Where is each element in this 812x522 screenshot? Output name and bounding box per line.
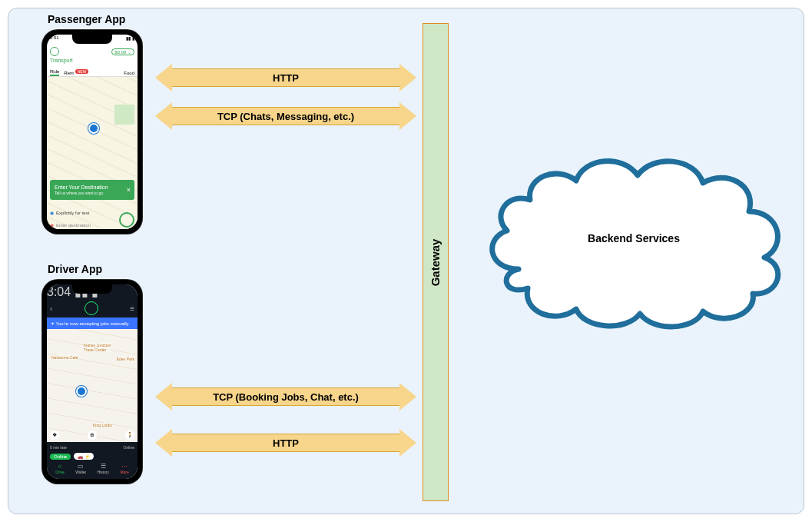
signal-icon: ▮▮ ▮: [126, 35, 134, 45]
time-label: 3:04: [47, 285, 71, 298]
destination-card: Enter Your Destination Tell us where you…: [50, 180, 134, 200]
layers-icon: ❖: [50, 431, 59, 440]
go-button-icon: [119, 212, 134, 228]
category-tabs: Ride Rent NEW Food: [47, 67, 138, 77]
nav-drive: ⌂Drive: [55, 463, 65, 474]
wallet-icon: ▭: [75, 463, 86, 470]
walk-icon: 🚶: [125, 431, 134, 440]
online-pill: Online: [50, 454, 71, 460]
arrow-label: HTTP: [273, 437, 299, 449]
location-pin-icon: [88, 123, 99, 134]
tab-rent: Rent NEW: [64, 71, 88, 76]
driver-app-title: Driver App: [48, 263, 102, 275]
home-icon: ⌂: [55, 463, 65, 470]
balance-pill: $0.00 ⌄: [111, 48, 134, 55]
driver-logo-icon: [85, 301, 98, 315]
backend-cloud: Backend Services: [472, 131, 795, 346]
backend-label: Backend Services: [472, 232, 795, 244]
transport-header: Transport: [47, 58, 138, 67]
tab-food: Food: [124, 71, 134, 76]
driver-bottom-panel: 0 min late Online Online 🚗 ⚡ ⌂Drive ▭Wal…: [47, 442, 138, 479]
menu-icon: ≡: [130, 304, 134, 313]
history-icon: ☰: [97, 463, 109, 470]
pin-dot-icon: ◉: [50, 222, 54, 228]
nav-more: ⋯More: [120, 463, 128, 474]
chevron-left-icon: ‹: [50, 304, 52, 313]
nav-history: ☰History: [97, 463, 109, 474]
driver-phone: 3:04 ▮▮ ▮ ‹ ≡ ✦ You're now accepting job…: [42, 280, 142, 484]
arrow-driver-http: HTTP: [155, 429, 416, 457]
driver-topbar: ‹ ≡: [47, 299, 138, 318]
driver-map: Kidney JunctionTrade Center Eden Park Na…: [47, 329, 138, 442]
arrow-passenger-http: HTTP: [155, 64, 416, 91]
time-label: 2:51: [50, 35, 59, 45]
profile-icon: [50, 47, 59, 56]
arrow-label: TCP (Chats, Messaging, etc.): [217, 111, 354, 122]
passenger-app-title: Passenger App: [48, 13, 125, 25]
map-icon-tray: ❖ ⊕ 🚶: [50, 431, 134, 440]
history-dot-icon: ◉: [50, 210, 54, 215]
locate-icon: ⊕: [88, 431, 97, 440]
phone-notch: [72, 284, 112, 294]
nav-wallet: ▭Wallet: [75, 463, 86, 474]
passenger-phone: 2:51 ▮▮ ▮ $0.00 ⌄ Transport Ride Rent NE…: [42, 30, 142, 234]
gateway-label: Gateway: [429, 238, 442, 286]
driver-location-icon: [76, 386, 87, 397]
more-icon: ⋯: [120, 463, 128, 470]
driver-nav: ⌂Drive ▭Wallet ☰History ⋯More: [50, 463, 134, 474]
auto-pill: 🚗 ⚡: [74, 453, 94, 460]
arrow-label: HTTP: [273, 72, 299, 84]
gateway-box: Gateway: [423, 23, 449, 501]
passenger-map: Enter Your Destination Tell us where you…: [47, 77, 138, 229]
arrow-passenger-tcp: TCP (Chats, Messaging, etc.): [155, 102, 416, 130]
tab-ride: Ride: [50, 69, 59, 76]
phone-notch: [72, 35, 112, 44]
late-label: 0 min late: [50, 445, 67, 450]
close-icon: ×: [127, 186, 131, 194]
manual-banner: ✦ You're now accepting jobs manually: [47, 318, 138, 329]
arrow-label: TCP (Booking Jobs, Chat, etc.): [213, 391, 359, 403]
online-label: Online: [124, 445, 134, 450]
arrow-driver-tcp: TCP (Booking Jobs, Chat, etc.): [155, 383, 416, 411]
